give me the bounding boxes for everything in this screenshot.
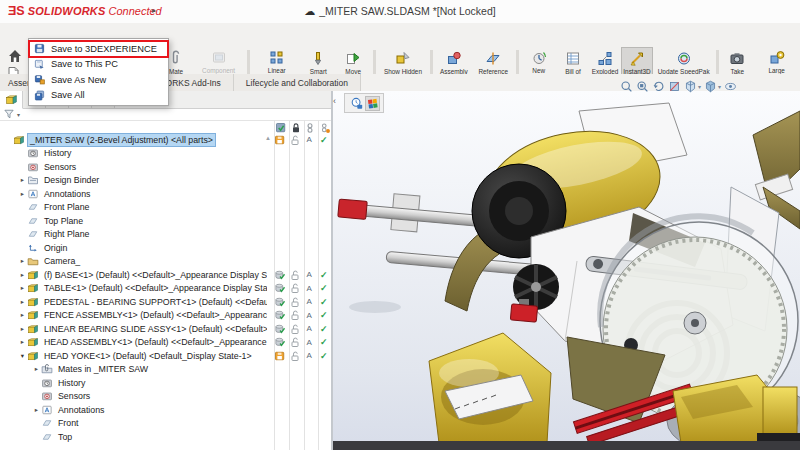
tree-row[interactable]: TABLE<1> (Default) <<Default>_Appearance… (0, 282, 331, 296)
tree-item-icon (27, 269, 40, 281)
tree-row[interactable]: Top A ✓ (0, 430, 331, 444)
expander-icon[interactable] (18, 176, 27, 184)
headsup-icon[interactable] (684, 80, 697, 93)
tree-row[interactable]: Top Plane A ✓ (0, 214, 331, 228)
tree-item-label: PEDESTAL - BEARING SUPPORT<1> (Default) … (42, 296, 267, 308)
tree-row[interactable]: FENCE ASSEMBLY<1> (Default) <<Default>_A… (0, 309, 331, 323)
uptodate-check-icon: ✓ (317, 336, 332, 348)
tree-row[interactable]: History A ✓ (0, 376, 331, 390)
saved-locally-icon (274, 350, 286, 362)
tree-item-label: Sensors (56, 390, 92, 402)
tree-row[interactable]: LINEAR BEARING SLIDE ASSY<1> (Default) <… (0, 322, 331, 336)
revision-mark: A (302, 336, 317, 348)
expander-icon[interactable] (32, 365, 41, 373)
save-menu-item[interactable]: Save to 3DEXPERIENCE (29, 41, 168, 57)
3dexperience-pane-icon[interactable] (366, 97, 379, 110)
expander-icon[interactable] (18, 325, 27, 333)
tree-item-icon (27, 174, 40, 186)
tree-item-label: Front Plane (42, 201, 91, 213)
tree-item-label: Design Binder (42, 174, 101, 186)
saved-locally-icon (274, 134, 286, 146)
headsup-icon[interactable] (652, 80, 665, 93)
filter-caret-icon[interactable]: ▾ (17, 111, 20, 118)
ribbon-button-icon (531, 50, 547, 66)
sync-status-cells: A ✓ (273, 350, 331, 362)
expander-icon[interactable] (18, 257, 27, 265)
expander-icon[interactable] (18, 338, 27, 346)
tree-item-icon (27, 215, 40, 227)
unlocked-icon (289, 350, 301, 362)
unlocked-icon (289, 282, 301, 294)
uptodate-check-icon: ✓ (317, 323, 332, 335)
expander-icon[interactable] (18, 311, 27, 319)
tree-row[interactable]: (f) BASE<1> (Default) <<Default>_Appeara… (0, 268, 331, 282)
revision-mark: A (302, 309, 317, 321)
tree-row[interactable]: Design Binder A ✓ (0, 174, 331, 188)
tree-row[interactable]: Right Plane A ✓ (0, 228, 331, 242)
tree-item-icon (27, 282, 40, 294)
expander-icon[interactable] (32, 406, 41, 414)
funnel-icon (3, 108, 15, 120)
tree-row[interactable]: Sensors A ✓ (0, 160, 331, 174)
headsup-icon[interactable] (724, 80, 737, 93)
ribbon-button-icon (168, 50, 184, 67)
ribbon-button-icon (729, 50, 745, 67)
tree-row[interactable]: _MITER SAW (2-Bevel Adjustment) <All par… (0, 133, 331, 147)
expander-icon[interactable] (18, 190, 27, 198)
tree-row[interactable]: HEAD ASSEMBLY<1> (Default) <<Default>_Ap… (0, 336, 331, 350)
tree-item-label: Sensors (42, 161, 78, 173)
ribbon-button-icon (597, 50, 613, 67)
headsup-caret-icon[interactable]: ▾ (698, 83, 701, 90)
headsup-icon[interactable] (620, 80, 633, 93)
miter-saw-model (333, 91, 800, 450)
tree-row[interactable]: Camera_ A ✓ (0, 255, 331, 269)
sync-status-cells: A ✓ (273, 282, 331, 294)
save-menu-item[interactable]: Save As New (29, 72, 168, 88)
tree-row[interactable]: Origin A ✓ (0, 241, 331, 255)
tree-row[interactable]: Mates in _MITER SAW A ✓ (0, 363, 331, 377)
tree-item-label: FENCE ASSEMBLY<1> (Default) <<Default>_A… (42, 309, 267, 321)
tree-item-icon (27, 255, 40, 267)
tree-item-label: Right Plane (42, 228, 91, 240)
tree-row[interactable]: Sensors A ✓ (0, 390, 331, 404)
headsup-icon[interactable] (704, 80, 717, 93)
ribbon-button-icon (769, 50, 785, 66)
tree-item-label: Mates in _MITER SAW (56, 363, 150, 375)
revision-mark: A (302, 269, 317, 281)
headsup-caret-icon[interactable]: ▾ (718, 83, 721, 90)
pending-operations-icon[interactable] (350, 97, 363, 110)
synced-icon (274, 269, 286, 281)
expander-icon[interactable] (18, 352, 27, 360)
save-menu-item[interactable]: Save to This PC (29, 57, 168, 73)
tree-row[interactable]: PEDESTAL - BEARING SUPPORT<1> (Default) … (0, 295, 331, 309)
tree-row[interactable]: Annotations A ✓ (0, 403, 331, 417)
home-icon[interactable] (7, 48, 23, 64)
tree-item-label: HEAD YOKE<1> (Default) <Default_Display … (42, 350, 254, 362)
ribbon-button-icon (676, 50, 692, 67)
save-menu-item-icon (34, 90, 45, 101)
tree-filter-row[interactable]: ▾ (0, 108, 331, 121)
unlocked-icon (289, 269, 301, 281)
headsup-icon[interactable] (636, 80, 649, 93)
headsup-icon[interactable] (668, 80, 681, 93)
save-menu-item[interactable]: Save All (29, 88, 168, 104)
panel-collapse-icon[interactable]: ‹ (333, 96, 336, 106)
featuremanager-panel: ▾ ▲ _MITER SAW (2-Bevel Adjustment) <All… (0, 91, 332, 450)
tree-row[interactable]: Front A ✓ (0, 417, 331, 431)
expander-icon[interactable] (18, 298, 27, 306)
tree-row[interactable]: Front Plane A ✓ (0, 201, 331, 215)
tree-row[interactable]: HEAD YOKE<1> (Default) <Default_Display … (0, 349, 331, 363)
uptodate-check-icon: ✓ (317, 269, 332, 281)
command-tab[interactable]: Lifecycle and Collaboration (234, 74, 361, 91)
unlocked-icon (289, 323, 301, 335)
tree-item-icon (27, 242, 40, 254)
panel-tab[interactable] (0, 91, 23, 109)
tree-item-label: Front (56, 417, 81, 429)
tree-row[interactable]: Annotations A ✓ (0, 187, 331, 201)
graphics-viewport[interactable] (332, 91, 800, 450)
tree-item-icon (41, 390, 54, 402)
expander-icon[interactable] (18, 271, 27, 279)
tree-item-icon (27, 147, 40, 159)
expander-icon[interactable] (18, 284, 27, 292)
tree-row[interactable]: History A ✓ (0, 147, 331, 161)
